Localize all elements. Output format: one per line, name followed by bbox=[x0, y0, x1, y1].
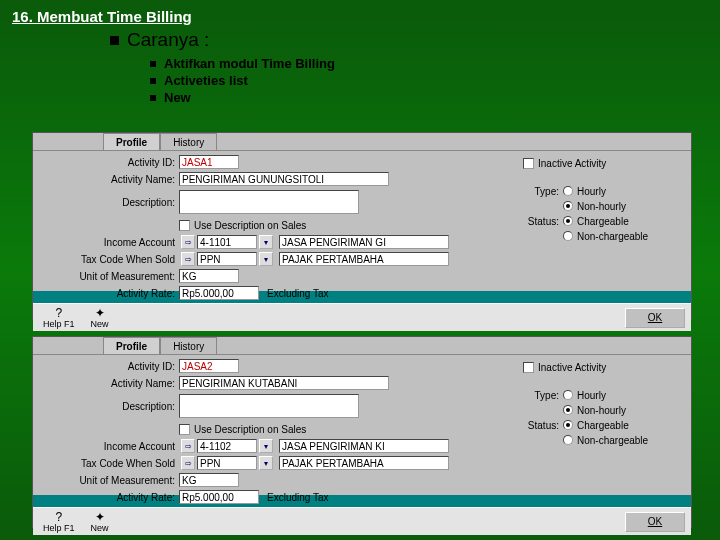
lookup-icon[interactable]: ⇨ bbox=[181, 252, 195, 266]
description-field[interactable] bbox=[179, 190, 359, 214]
slide-title: 16. Membuat Time Billing bbox=[0, 0, 720, 27]
new-button[interactable]: ✦New bbox=[87, 510, 113, 534]
bullet-icon bbox=[150, 95, 156, 101]
use-desc-checkbox[interactable] bbox=[179, 424, 190, 435]
label-income-account: Income Account bbox=[39, 237, 179, 248]
activity-id-field[interactable]: JASA2 bbox=[179, 359, 239, 373]
radio-chargeable[interactable] bbox=[563, 216, 573, 226]
use-desc-checkbox[interactable] bbox=[179, 220, 190, 231]
ok-button[interactable]: OK bbox=[625, 512, 685, 532]
rate-field[interactable]: Rp5.000,00 bbox=[179, 490, 259, 504]
right-column: Inactive Activity Type:Hourly Non-hourly… bbox=[523, 155, 683, 244]
label-description: Description: bbox=[39, 197, 179, 208]
tax-code-field[interactable]: PPN bbox=[197, 252, 257, 266]
label-activity-name: Activity Name: bbox=[39, 378, 179, 389]
label-status: Status: bbox=[523, 420, 563, 431]
label-nonchargeable: Non-chargeable bbox=[577, 435, 648, 446]
help-button[interactable]: ?Help F1 bbox=[39, 510, 79, 534]
radio-chargeable[interactable] bbox=[563, 420, 573, 430]
label-type: Type: bbox=[523, 390, 563, 401]
dropdown-icon[interactable]: ▾ bbox=[259, 235, 273, 249]
income-account-field[interactable]: 4-1102 bbox=[197, 439, 257, 453]
lookup-icon[interactable]: ⇨ bbox=[181, 439, 195, 453]
label-status: Status: bbox=[523, 216, 563, 227]
income-account-name: JASA PENGIRIMAN GI bbox=[279, 235, 449, 249]
label-inactive: Inactive Activity bbox=[538, 362, 606, 373]
tax-name: PAJAK PERTAMBAHA bbox=[279, 456, 449, 470]
new-icon: ✦ bbox=[95, 511, 105, 523]
tab-profile[interactable]: Profile bbox=[103, 133, 160, 150]
inactive-checkbox[interactable] bbox=[523, 362, 534, 373]
label-income-account: Income Account bbox=[39, 441, 179, 452]
lookup-icon[interactable]: ⇨ bbox=[181, 456, 195, 470]
activity-name-field[interactable]: PENGIRIMAN GUNUNGSITOLI bbox=[179, 172, 389, 186]
label-unit: Unit of Measurement: bbox=[39, 475, 179, 486]
step-2: Activeties list bbox=[0, 72, 720, 89]
bullet-icon bbox=[150, 61, 156, 67]
label-use-desc: Use Description on Sales bbox=[194, 220, 306, 231]
label-activity-name: Activity Name: bbox=[39, 174, 179, 185]
radio-nonchargeable[interactable] bbox=[563, 231, 573, 241]
tax-code-field[interactable]: PPN bbox=[197, 456, 257, 470]
label-nonhourly: Non-hourly bbox=[577, 201, 626, 212]
help-label: Help F1 bbox=[43, 319, 75, 329]
dropdown-icon[interactable]: ▾ bbox=[259, 456, 273, 470]
label-tax-code: Tax Code When Sold bbox=[39, 254, 179, 265]
activity-name-field[interactable]: PENGIRIMAN KUTABANI bbox=[179, 376, 389, 390]
radio-nonhourly[interactable] bbox=[563, 405, 573, 415]
radio-hourly[interactable] bbox=[563, 186, 573, 196]
income-account-name: JASA PENGIRIMAN KI bbox=[279, 439, 449, 453]
help-label: Help F1 bbox=[43, 523, 75, 533]
description-field[interactable] bbox=[179, 394, 359, 418]
step-text: Activeties list bbox=[164, 73, 248, 88]
activity-window-2: Profile History Activity ID:JASA2 Activi… bbox=[32, 336, 692, 528]
caranya-label: Caranya : bbox=[127, 29, 209, 51]
label-hourly: Hourly bbox=[577, 390, 606, 401]
new-icon: ✦ bbox=[95, 307, 105, 319]
radio-nonhourly[interactable] bbox=[563, 201, 573, 211]
label-hourly: Hourly bbox=[577, 186, 606, 197]
bullet-icon bbox=[150, 78, 156, 84]
rate-field[interactable]: Rp5.000,00 bbox=[179, 286, 259, 300]
help-icon: ? bbox=[55, 511, 62, 523]
tab-strip: Profile History bbox=[33, 337, 691, 355]
label-activity-id: Activity ID: bbox=[39, 361, 179, 372]
ok-button[interactable]: OK bbox=[625, 308, 685, 328]
dropdown-icon[interactable]: ▾ bbox=[259, 439, 273, 453]
tab-profile[interactable]: Profile bbox=[103, 337, 160, 354]
label-tax-code: Tax Code When Sold bbox=[39, 458, 179, 469]
unit-field[interactable]: KG bbox=[179, 269, 239, 283]
new-label: New bbox=[91, 523, 109, 533]
label-unit: Unit of Measurement: bbox=[39, 271, 179, 282]
new-button[interactable]: ✦New bbox=[87, 306, 113, 330]
lookup-icon[interactable]: ⇨ bbox=[181, 235, 195, 249]
step-text: Aktifkan modul Time Billing bbox=[164, 56, 335, 71]
label-rate: Activity Rate: bbox=[39, 288, 179, 299]
help-button[interactable]: ?Help F1 bbox=[39, 306, 79, 330]
radio-nonchargeable[interactable] bbox=[563, 435, 573, 445]
dropdown-icon[interactable]: ▾ bbox=[259, 252, 273, 266]
income-account-field[interactable]: 4-1101 bbox=[197, 235, 257, 249]
radio-hourly[interactable] bbox=[563, 390, 573, 400]
caranya-heading: Caranya : bbox=[0, 27, 720, 55]
step-3: New bbox=[0, 89, 720, 106]
profile-panel: Activity ID:JASA1 Activity Name:PENGIRIM… bbox=[33, 151, 691, 291]
label-chargeable: Chargeable bbox=[577, 420, 629, 431]
tab-history[interactable]: History bbox=[160, 337, 217, 354]
label-excluding-tax: Excluding Tax bbox=[267, 288, 329, 299]
label-excluding-tax: Excluding Tax bbox=[267, 492, 329, 503]
label-use-desc: Use Description on Sales bbox=[194, 424, 306, 435]
right-column: Inactive Activity Type:Hourly Non-hourly… bbox=[523, 359, 683, 448]
help-icon: ? bbox=[55, 307, 62, 319]
activity-window-1: Profile History Activity ID:JASA1 Activi… bbox=[32, 132, 692, 320]
label-type: Type: bbox=[523, 186, 563, 197]
button-bar: ?Help F1 ✦New OK bbox=[33, 507, 691, 535]
activity-id-field[interactable]: JASA1 bbox=[179, 155, 239, 169]
tab-history[interactable]: History bbox=[160, 133, 217, 150]
tax-name: PAJAK PERTAMBAHA bbox=[279, 252, 449, 266]
unit-field[interactable]: KG bbox=[179, 473, 239, 487]
step-text: New bbox=[164, 90, 191, 105]
label-activity-id: Activity ID: bbox=[39, 157, 179, 168]
inactive-checkbox[interactable] bbox=[523, 158, 534, 169]
label-description: Description: bbox=[39, 401, 179, 412]
